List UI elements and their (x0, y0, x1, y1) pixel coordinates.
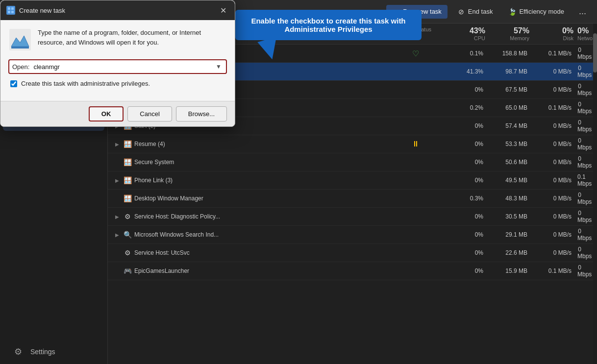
table-row[interactable]: ▶ 🪟 Resume (4) ⏸ 0% 53.3 MB 0 MB/s 0 Mbp… (108, 135, 593, 153)
expand-icon (114, 159, 121, 166)
expand-icon (114, 195, 121, 202)
proc-net: 0 Mbps (577, 137, 587, 151)
proc-mem: 22.6 MB (489, 249, 533, 256)
more-label: ... (579, 6, 586, 16)
net-label: Network (577, 35, 583, 41)
dialog-body: Type the name of a program, folder, docu… (0, 20, 235, 101)
proc-net: 0 Mbps (577, 210, 587, 223)
expand-icon: ▶ (114, 177, 121, 184)
proc-icon: ⚙ (124, 249, 131, 257)
dialog-footer: OK Cancel Browse... (0, 101, 235, 126)
proc-text: Service Host: Diagnostic Policy... (134, 213, 220, 220)
proc-net: 0 Mbps (577, 246, 587, 260)
admin-privileges-label: Create this task with administrative pri… (21, 80, 150, 87)
proc-mem: 158.8 MB (489, 50, 533, 57)
disk-col-header[interactable]: 0% Disk (533, 26, 577, 41)
proc-mem: 57.4 MB (489, 122, 533, 129)
browse-button[interactable]: Browse... (176, 106, 227, 121)
proc-net: 0.1 Mbps (577, 173, 587, 187)
proc-text: EpicGamesLauncher (134, 267, 189, 274)
svg-rect-1 (11, 7, 14, 10)
table-row[interactable]: ▶ 🪟 Phone Link (3) 0% 49.5 MB 0 MB/s 0.1… (108, 171, 593, 190)
proc-icon: 🪟 (124, 176, 131, 184)
open-dropdown-button[interactable]: ▼ (214, 62, 223, 71)
table-row[interactable]: 🪟 Secure System 0% 50.6 MB 0 MB/s 0 Mbps (108, 153, 593, 171)
sidebar-spacer (0, 132, 107, 340)
proc-net: 0 Mbps (577, 264, 587, 278)
task-icon-svg (7, 7, 14, 14)
proc-mem: 29.1 MB (489, 231, 533, 238)
scrollbar[interactable] (593, 24, 597, 364)
sidebar-item-settings[interactable]: ⚙ Settings (3, 340, 104, 363)
proc-name-search: ▶ 🔍 Microsoft Windows Search Ind... (114, 231, 396, 239)
table-row[interactable]: 🪟 Desktop Window Manager 0.3% 48.3 MB 0 … (108, 190, 593, 208)
proc-mem: 30.5 MB (489, 213, 533, 220)
proc-mem: 48.3 MB (489, 195, 533, 202)
proc-mem: 50.6 MB (489, 159, 533, 166)
proc-name-secure-system: 🪟 Secure System (114, 158, 396, 166)
proc-mem: 15.9 MB (489, 267, 533, 274)
end-task-button[interactable]: ⊘ End task (451, 5, 499, 19)
open-input[interactable] (33, 63, 210, 71)
proc-text: Service Host: UtcSvc (134, 249, 190, 256)
efficiency-mode-button[interactable]: 🍃 Efficiency mode (502, 5, 570, 19)
proc-cpu: 0% (435, 213, 489, 220)
ok-button[interactable]: OK (89, 106, 124, 121)
proc-cpu: 0% (435, 86, 489, 93)
table-row[interactable]: ▶ ⚙ Service Host: Diagnostic Policy... 0… (108, 208, 593, 226)
proc-icon: 🎮 (124, 267, 131, 275)
cpu-label: CPU (435, 35, 485, 41)
table-row[interactable]: 🎮 EpicGamesLauncher 0% 15.9 MB 0.1 MB/s … (108, 262, 593, 280)
admin-privileges-row: Create this task with administrative pri… (10, 80, 227, 87)
proc-net: 0 Mbps (577, 47, 587, 60)
proc-name-phone-link: ▶ 🪟 Phone Link (3) (114, 176, 396, 184)
proc-disk: 0 MB/s (533, 68, 577, 75)
proc-net: 0 Mbps (577, 65, 587, 78)
admin-privileges-checkbox[interactable] (10, 80, 17, 87)
table-row[interactable]: ⚙ Service Host: UtcSvc 0% 22.6 MB 0 MB/s… (108, 244, 593, 262)
net-col-header[interactable]: 0% Network (577, 26, 587, 41)
proc-net: 0 Mbps (577, 119, 587, 133)
proc-cpu: 0.1% (435, 50, 489, 57)
cpu-col-header[interactable]: 43% CPU (435, 26, 489, 41)
open-input-row: Open: ▼ (8, 59, 227, 74)
proc-cpu: 41.3% (435, 68, 489, 75)
proc-icon: 🪟 (124, 140, 131, 148)
dialog-close-button[interactable]: ✕ (217, 4, 229, 16)
proc-icon: 🪟 (124, 158, 131, 166)
cancel-button[interactable]: Cancel (127, 106, 172, 121)
proc-text: Microsoft Windows Search Ind... (134, 231, 219, 238)
proc-disk: 0 MB/s (533, 122, 577, 129)
scrollbar-thumb[interactable] (593, 33, 597, 73)
proc-text: Secure System (134, 159, 174, 166)
proc-name-dwm: 🪟 Desktop Window Manager (114, 194, 396, 202)
table-row[interactable]: ▶ 🔍 Microsoft Windows Search Ind... 0% 2… (108, 226, 593, 244)
mem-col-header[interactable]: 57% Memory (489, 26, 533, 41)
expand-icon (114, 267, 121, 274)
create-task-dialog: Create new task ✕ Type the name of a pro… (0, 0, 235, 127)
proc-mem: 53.3 MB (489, 141, 533, 147)
efficiency-label: Efficiency mode (519, 8, 564, 15)
proc-name-epic: 🎮 EpicGamesLauncher (114, 267, 396, 275)
proc-disk: 0 MB/s (533, 213, 577, 220)
dialog-titlebar: Create new task ✕ (0, 0, 235, 20)
svg-rect-2 (8, 11, 10, 13)
paused-icon: ⏸ (412, 140, 420, 148)
more-options-button[interactable]: ... (574, 3, 591, 20)
expand-icon (114, 249, 121, 256)
proc-name-utcsvc: ⚙ Service Host: UtcSvc (114, 249, 396, 257)
proc-cpu: 0% (435, 159, 489, 166)
proc-text: Desktop Window Manager (134, 195, 203, 202)
dialog-title-icon (6, 6, 15, 15)
proc-mem: 49.5 MB (489, 177, 533, 184)
proc-disk: 0 MB/s (533, 249, 577, 256)
proc-mem: 67.5 MB (489, 86, 533, 93)
expand-icon: ▶ (114, 213, 121, 220)
proc-status: ♡ (396, 49, 435, 58)
svg-rect-3 (11, 11, 14, 13)
proc-net: 0 Mbps (577, 192, 587, 205)
proc-disk: 0 MB/s (533, 177, 577, 184)
efficiency-icon: 🍃 (508, 8, 516, 16)
end-task-label: End task (468, 8, 493, 15)
expand-icon: ▶ (114, 231, 121, 238)
